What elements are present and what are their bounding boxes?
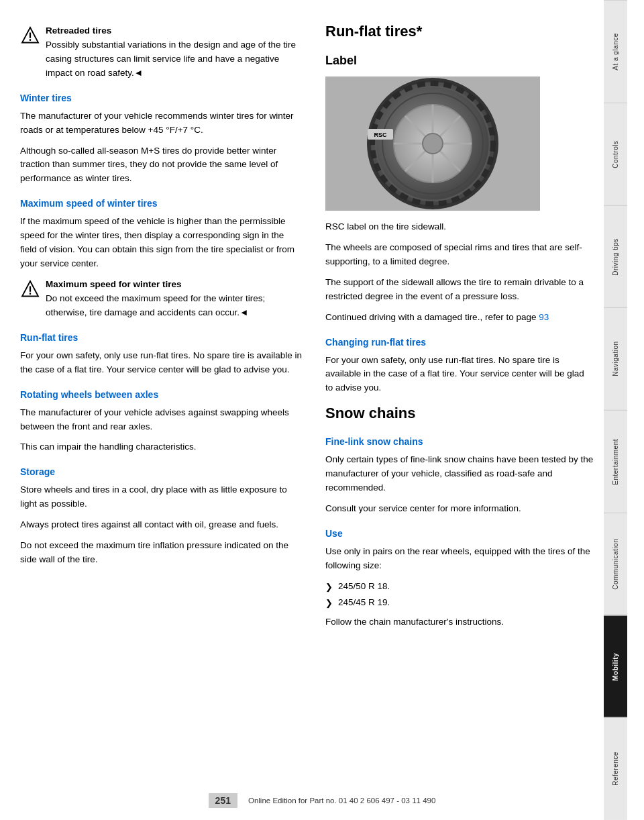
arrow-icon-2: ❯ xyxy=(325,597,333,610)
page-wrapper: Retreaded tires Possibly substantial var… xyxy=(0,0,644,820)
sidebar-item-driving-tips[interactable]: Driving tips xyxy=(604,205,627,308)
sidebar-item-controls[interactable]: Controls xyxy=(604,103,627,205)
use-list-item-2: ❯ 245/45 R 19. xyxy=(325,596,594,610)
fine-link-heading: Fine-link snow chains xyxy=(325,435,594,449)
label-subheading: Label xyxy=(325,52,594,70)
fine-link-text1: Only certain types of fine-link snow cha… xyxy=(325,453,594,495)
changing-text: For your own safety, only use run-flat t… xyxy=(325,354,594,396)
main-content: Retreaded tires Possibly substantial var… xyxy=(0,0,644,820)
max-speed-warning: Maximum speed for winter tires Do not ex… xyxy=(20,278,302,320)
winter-tires-text1: The manufacturer of your vehicle recomme… xyxy=(20,109,302,138)
storage-text1: Store wheels and tires in a cool, dry pl… xyxy=(20,483,302,511)
page-number: 251 xyxy=(209,793,237,808)
page-93-link[interactable]: 93 xyxy=(539,312,549,322)
winter-tires-text2: Although so-called all-season M+S tires … xyxy=(20,144,302,187)
svg-rect-4 xyxy=(30,286,31,291)
svg-rect-5 xyxy=(30,293,31,295)
side-nav: At a glance Controls Driving tips Naviga… xyxy=(604,0,627,820)
fine-link-text2: Consult your service center for more inf… xyxy=(325,502,594,516)
sidebar-item-communication[interactable]: Communication xyxy=(604,513,627,615)
sidebar-item-navigation[interactable]: Navigation xyxy=(604,307,627,410)
page-footer: 251 Online Edition for Part no. 01 40 2 … xyxy=(0,793,644,808)
max-speed-heading: Maximum speed of winter tires xyxy=(20,197,302,211)
svg-rect-1 xyxy=(30,33,31,38)
run-flat-tires-main-heading: Run-flat tires* xyxy=(325,20,594,42)
max-speed-text: If the maximum speed of the vehicle is h… xyxy=(20,215,302,271)
warning-triangle-icon xyxy=(20,25,40,46)
rotating-text1: The manufacturer of your vehicle advises… xyxy=(20,406,302,434)
right-column: Run-flat tires* Label xyxy=(315,0,604,820)
changing-run-flat-heading: Changing run-flat tires xyxy=(325,336,594,350)
use-text2: Follow the chain manufacturer's instruct… xyxy=(325,615,594,629)
footer-text: Online Edition for Part no. 01 40 2 606 … xyxy=(248,797,435,805)
label-text1: RSC label on the tire sidewall. xyxy=(325,220,594,234)
rotating-text2: This can impair the handling characteris… xyxy=(20,440,302,454)
svg-text:RSC: RSC xyxy=(374,132,387,138)
retreaded-warning-text: Retreaded tires Possibly substantial var… xyxy=(46,24,302,81)
sidebar-item-entertainment[interactable]: Entertainment xyxy=(604,410,627,513)
left-column: Retreaded tires Possibly substantial var… xyxy=(0,0,315,820)
arrow-icon-1: ❯ xyxy=(325,580,333,594)
label-text4: Continued driving with a damaged tire., … xyxy=(325,311,594,325)
label-text3: The support of the sidewall allows the t… xyxy=(325,276,594,304)
retreaded-warning: Retreaded tires Possibly substantial var… xyxy=(20,24,302,81)
storage-heading: Storage xyxy=(20,465,302,479)
use-list-item-1: ❯ 245/50 R 18. xyxy=(325,580,594,594)
warning-triangle-icon-2 xyxy=(20,279,40,299)
run-flat-heading: Run-flat tires xyxy=(20,331,302,345)
use-heading: Use xyxy=(325,527,594,541)
winter-tires-heading: Winter tires xyxy=(20,91,302,105)
label-text2: The wheels are composed of special rims … xyxy=(325,241,594,269)
run-flat-text: For your own safety, only use run-flat t… xyxy=(20,349,302,377)
svg-rect-2 xyxy=(30,39,31,41)
rotating-heading: Rotating wheels between axles xyxy=(20,388,302,402)
use-list: ❯ 245/50 R 18. ❯ 245/45 R 19. xyxy=(325,580,594,610)
tire-label-image: RSC xyxy=(325,76,540,211)
snow-chains-heading: Snow chains xyxy=(325,402,594,424)
sidebar-item-mobility[interactable]: Mobility xyxy=(604,615,627,718)
svg-point-17 xyxy=(423,134,443,154)
storage-text3: Do not exceed the maximum tire inflation… xyxy=(20,539,302,567)
use-text: Use only in pairs on the rear wheels, eq… xyxy=(325,545,594,573)
sidebar-item-at-a-glance[interactable]: At a glance xyxy=(604,0,627,103)
max-speed-warning-text: Maximum speed for winter tires Do not ex… xyxy=(46,278,302,320)
storage-text2: Always protect tires against all contact… xyxy=(20,518,302,532)
